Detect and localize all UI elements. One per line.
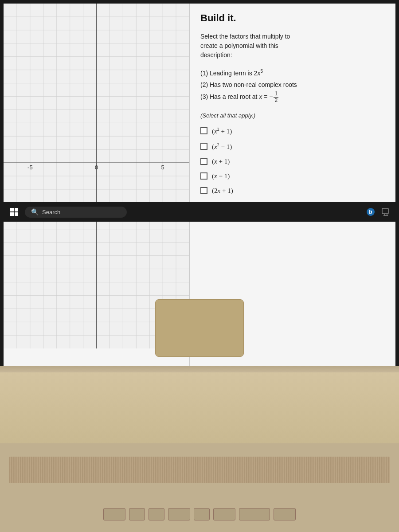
svg-text:0: 0 xyxy=(95,164,98,171)
key-enter[interactable] xyxy=(274,508,296,520)
key-f4[interactable] xyxy=(194,508,210,520)
checkbox-4[interactable] xyxy=(200,172,207,180)
checkbox-5[interactable] xyxy=(200,187,207,194)
option-label-2: (x2 − 1) xyxy=(212,142,232,151)
key-f1[interactable] xyxy=(129,508,145,520)
checkbox-2[interactable] xyxy=(200,143,207,150)
option-row-4[interactable]: (x − 1) xyxy=(200,172,385,180)
search-label: Search xyxy=(42,209,60,215)
option-label-5: (2x + 1) xyxy=(212,187,233,195)
option-row-1[interactable]: (x2 + 1) xyxy=(200,127,385,135)
key-f3[interactable] xyxy=(168,508,190,520)
svg-rect-47 xyxy=(382,208,388,214)
key-space[interactable] xyxy=(239,508,270,520)
condition-2: (2) Has two non-real complex roots xyxy=(200,79,385,91)
windows-logo-icon xyxy=(10,208,18,216)
laptop-speaker xyxy=(0,443,399,497)
coordinate-graph: -5 0 5 xyxy=(4,4,189,348)
svg-text:5: 5 xyxy=(161,164,164,171)
key-f5[interactable] xyxy=(213,508,235,520)
select-all-label: (Select all that apply.) xyxy=(200,112,385,119)
svg-text:-5: -5 xyxy=(27,164,33,171)
laptop-palm-rest xyxy=(0,372,399,448)
option-label-4: (x − 1) xyxy=(212,172,230,180)
touchpad[interactable] xyxy=(155,299,244,357)
option-row-2[interactable]: (x2 − 1) xyxy=(200,142,385,151)
page-title: Build it. xyxy=(200,12,385,24)
speaker-grille-pattern xyxy=(9,457,390,483)
option-label-3: (x + 1) xyxy=(212,158,230,165)
option-row-5[interactable]: (2x + 1) xyxy=(200,187,385,195)
description-text: Select the factors that multiply to crea… xyxy=(200,32,385,60)
svg-text:b: b xyxy=(369,209,372,215)
taskbar-system-icons: b xyxy=(364,206,392,218)
option-row-3[interactable]: (x + 1) xyxy=(200,158,385,165)
b-icon[interactable]: b xyxy=(364,206,377,218)
condition-3: (3) Has a real root at x = −12 xyxy=(200,91,385,103)
taskbar: 🔍 Search b xyxy=(4,202,395,222)
checkbox-3[interactable] xyxy=(200,158,207,165)
conditions-list: (1) Leading term is 2x5 (2) Has two non-… xyxy=(200,67,385,103)
condition-1: (1) Leading term is 2x5 xyxy=(200,67,385,79)
checkbox-options: (x2 + 1) (x2 − 1) (x + 1) xyxy=(200,127,385,195)
start-button[interactable] xyxy=(7,205,21,219)
checkbox-1[interactable] xyxy=(200,127,207,134)
laptop-hinge xyxy=(0,366,399,372)
key-esc[interactable] xyxy=(103,508,125,520)
search-icon: 🔍 xyxy=(31,208,39,216)
key-f2[interactable] xyxy=(149,508,164,520)
option-label-1: (x2 + 1) xyxy=(212,127,232,135)
keyboard-area xyxy=(0,497,399,532)
taskbar-search[interactable]: 🔍 Search xyxy=(25,207,127,218)
monitor-icon[interactable] xyxy=(379,206,392,218)
